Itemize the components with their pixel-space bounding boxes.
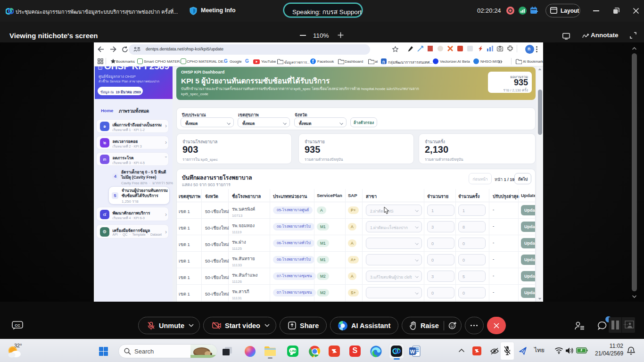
svg-text:z: z	[630, 349, 632, 352]
svg-text:W: W	[410, 349, 415, 354]
svg-text:CC: CC	[15, 323, 20, 328]
